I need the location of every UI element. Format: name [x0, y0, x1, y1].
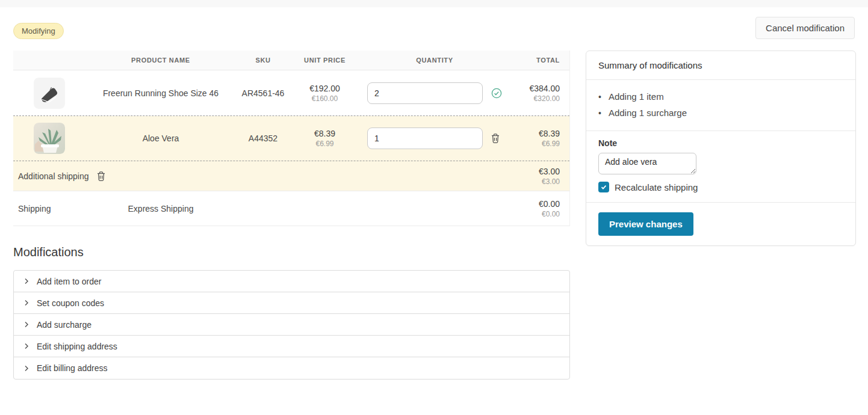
summary-bullet-text: Adding 1 item	[609, 91, 664, 102]
accordion-label: Add surcharge	[37, 320, 91, 330]
order-items-table: PRODUCT NAME SKU UNIT PRICE QUANTITY TOT…	[13, 51, 570, 226]
total-net: €320.00	[513, 94, 560, 103]
quantity-input[interactable]	[367, 128, 483, 149]
note-input[interactable]: Add aloe vera	[598, 153, 696, 174]
product-sku: AR4561-46	[236, 88, 290, 98]
surcharge-label: Additional shipping	[18, 171, 89, 181]
list-item: • Adding 1 item	[598, 88, 843, 105]
summary-bullet-text: Adding 1 surcharge	[609, 108, 687, 118]
order-modification-page: Modifying Cancel modification PRODUCT NA…	[0, 7, 868, 380]
shipping-total: €0.00 €0.00	[510, 199, 569, 218]
summary-actions: Preview changes	[586, 203, 855, 245]
chevron-right-icon	[23, 343, 29, 349]
note-section: Note Add aloe vera Recalculate shipping	[586, 131, 855, 203]
unit-price-net: €160.00	[294, 94, 356, 103]
product-image-aloe	[34, 123, 65, 154]
accordion-label: Add item to order	[37, 277, 101, 286]
remove-surcharge-button[interactable]	[96, 171, 106, 182]
unit-price-gross: €8.39	[294, 129, 356, 138]
chevron-right-icon	[23, 365, 29, 372]
shipping-method: Express Shipping	[85, 204, 236, 214]
table-row-new-item: Aloe Vera A44352 €8.39 €6.99	[13, 116, 569, 161]
table-header-row: PRODUCT NAME SKU UNIT PRICE QUANTITY TOT…	[13, 51, 569, 70]
chevron-right-icon	[23, 300, 29, 306]
trash-icon	[491, 133, 500, 144]
product-image-shoe	[34, 78, 65, 109]
top-band	[0, 0, 868, 7]
shipping-row: Shipping Express Shipping €0.00 €0.00	[13, 191, 569, 226]
unit-price: €192.00 €160.00	[290, 84, 359, 103]
surcharge-row: Additional shipping	[13, 161, 569, 191]
remove-item-button[interactable]	[491, 133, 500, 144]
total-net: €0.00	[513, 210, 560, 218]
header-sku: SKU	[236, 57, 290, 64]
total-gross: €8.39	[513, 129, 560, 138]
total-gross: €0.00	[513, 199, 560, 209]
list-item: • Adding 1 surcharge	[598, 105, 843, 121]
page-header: Modifying Cancel modification	[13, 17, 855, 46]
accordion-label: Edit billing address	[37, 363, 108, 373]
accordion-coupon-codes[interactable]: Set coupon codes	[14, 292, 569, 314]
accordion-label: Edit shipping address	[37, 342, 117, 351]
row-total: €8.39 €6.99	[510, 129, 569, 148]
total-net: €3.00	[513, 177, 560, 186]
quantity-input[interactable]	[367, 82, 483, 104]
row-total: €384.00 €320.00	[510, 84, 569, 103]
check-circle-icon	[491, 87, 503, 99]
unit-price-net: €6.99	[294, 140, 356, 148]
modifications-title: Modifications	[13, 245, 570, 259]
header-product-name: PRODUCT NAME	[85, 57, 236, 64]
shipping-label: Shipping	[13, 204, 85, 214]
product-name: Freerun Running Shoe Size 46	[85, 88, 236, 98]
table-row: Freerun Running Shoe Size 46 AR4561-46 €…	[13, 70, 569, 116]
recalculate-shipping-label: Recalculate shipping	[615, 182, 698, 192]
chevron-right-icon	[23, 278, 29, 284]
modifications-accordion: Add item to order Set coupon codes Add s…	[13, 270, 570, 380]
accordion-edit-billing-address[interactable]: Edit billing address	[14, 357, 569, 379]
note-label: Note	[598, 138, 843, 148]
recalculate-shipping-checkbox[interactable]	[598, 182, 609, 192]
status-badge: Modifying	[13, 23, 64, 39]
preview-changes-button[interactable]: Preview changes	[598, 212, 693, 236]
accordion-edit-shipping-address[interactable]: Edit shipping address	[14, 336, 569, 357]
summary-title: Summary of modifications	[586, 51, 855, 80]
order-items-section: PRODUCT NAME SKU UNIT PRICE QUANTITY TOT…	[13, 51, 570, 380]
surcharge-total: €3.00 €3.00	[510, 167, 569, 186]
summary-card: Summary of modifications • Adding 1 item…	[586, 51, 856, 246]
header-unit-price: UNIT PRICE	[290, 57, 359, 64]
header-total: TOTAL	[510, 57, 569, 64]
total-gross: €384.00	[513, 84, 560, 93]
accordion-add-surcharge[interactable]: Add surcharge	[14, 314, 569, 336]
total-net: €6.99	[513, 140, 560, 148]
accordion-add-item[interactable]: Add item to order	[14, 271, 569, 292]
cancel-modification-button[interactable]: Cancel modification	[755, 17, 855, 39]
trash-icon	[96, 171, 106, 182]
unit-price: €8.39 €6.99	[290, 129, 359, 148]
product-sku: A44352	[236, 134, 290, 143]
total-gross: €3.00	[513, 167, 560, 176]
accordion-label: Set coupon codes	[37, 298, 104, 308]
bullet-dot: •	[598, 92, 601, 102]
summary-bullet-list: • Adding 1 item • Adding 1 surcharge	[586, 80, 855, 131]
header-quantity: QUANTITY	[359, 57, 510, 64]
product-name: Aloe Vera	[85, 134, 236, 143]
chevron-right-icon	[23, 321, 29, 328]
unit-price-gross: €192.00	[294, 84, 356, 93]
bullet-dot: •	[598, 108, 601, 118]
